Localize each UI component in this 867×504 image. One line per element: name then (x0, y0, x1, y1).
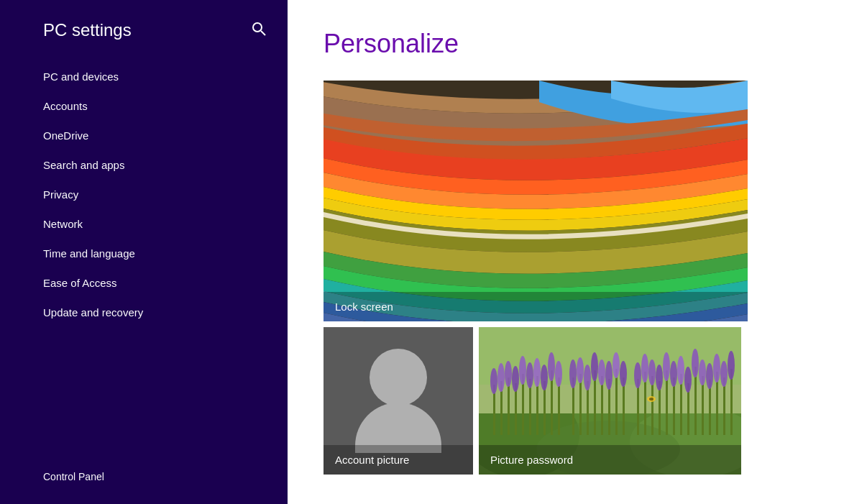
svg-line-1 (261, 31, 265, 35)
account-picture-label: Account picture (324, 445, 473, 475)
svg-point-41 (577, 357, 584, 383)
sidebar-item-ease-of-access[interactable]: Ease of Access (0, 268, 288, 298)
svg-point-31 (555, 361, 562, 387)
svg-point-27 (526, 362, 533, 388)
svg-point-77 (649, 398, 653, 400)
sidebar-item-control-panel[interactable]: Control Panel (43, 471, 266, 482)
tiles-container: Lock screen Account picture (324, 81, 831, 475)
svg-point-68 (677, 356, 684, 385)
svg-rect-38 (615, 369, 618, 435)
sidebar: PC settings PC and devices Accounts OneD… (0, 0, 288, 504)
svg-point-72 (706, 363, 713, 389)
svg-point-40 (569, 359, 577, 388)
sidebar-nav: PC and devices Accounts OneDrive Search … (0, 55, 288, 457)
lock-screen-label: Lock screen (324, 292, 748, 321)
svg-point-25 (512, 366, 519, 392)
search-icon[interactable] (252, 22, 266, 40)
sidebar-item-accounts[interactable]: Accounts (0, 91, 288, 121)
svg-point-75 (728, 351, 735, 380)
svg-point-69 (684, 367, 692, 393)
svg-point-28 (533, 358, 541, 387)
avatar-head (370, 349, 427, 406)
account-picture-tile[interactable]: Account picture (324, 327, 473, 475)
page-title: Personalize (324, 29, 831, 59)
picture-password-tile[interactable]: Picture password (479, 327, 741, 475)
svg-point-44 (598, 359, 605, 385)
svg-point-67 (670, 361, 677, 387)
svg-point-29 (541, 365, 548, 390)
sidebar-item-network[interactable]: Network (0, 209, 288, 239)
lock-screen-tile[interactable]: Lock screen (324, 81, 748, 321)
svg-point-73 (713, 354, 720, 382)
main-content: Personalize (288, 0, 867, 504)
svg-point-30 (548, 352, 555, 381)
svg-point-22 (490, 368, 497, 394)
svg-point-71 (699, 359, 706, 385)
svg-point-24 (505, 361, 512, 387)
sidebar-item-pc-and-devices[interactable]: PC and devices (0, 62, 288, 91)
svg-point-43 (591, 352, 598, 381)
sidebar-title: PC settings (43, 20, 132, 40)
svg-point-42 (584, 365, 591, 390)
svg-point-0 (253, 23, 262, 32)
svg-point-62 (634, 362, 641, 388)
svg-point-63 (641, 354, 648, 382)
sidebar-header: PC settings (0, 0, 288, 55)
sidebar-footer: Control Panel (0, 457, 288, 504)
sidebar-item-search-and-apps[interactable]: Search and apps (0, 150, 288, 180)
svg-point-65 (656, 365, 663, 390)
svg-point-66 (663, 352, 670, 381)
svg-point-64 (648, 359, 656, 385)
sidebar-item-privacy[interactable]: Privacy (0, 180, 288, 209)
svg-point-70 (692, 349, 699, 377)
account-avatar (355, 349, 441, 453)
bottom-tiles: Account picture (324, 327, 831, 475)
svg-point-45 (605, 361, 613, 390)
svg-point-74 (720, 361, 728, 387)
svg-point-23 (497, 363, 505, 392)
svg-point-46 (613, 352, 620, 378)
sidebar-item-onedrive[interactable]: OneDrive (0, 121, 288, 150)
svg-point-26 (519, 356, 526, 385)
sidebar-item-time-and-language[interactable]: Time and language (0, 239, 288, 268)
svg-point-47 (620, 361, 627, 387)
picture-password-label: Picture password (479, 445, 741, 475)
sidebar-item-update-and-recovery[interactable]: Update and recovery (0, 298, 288, 327)
